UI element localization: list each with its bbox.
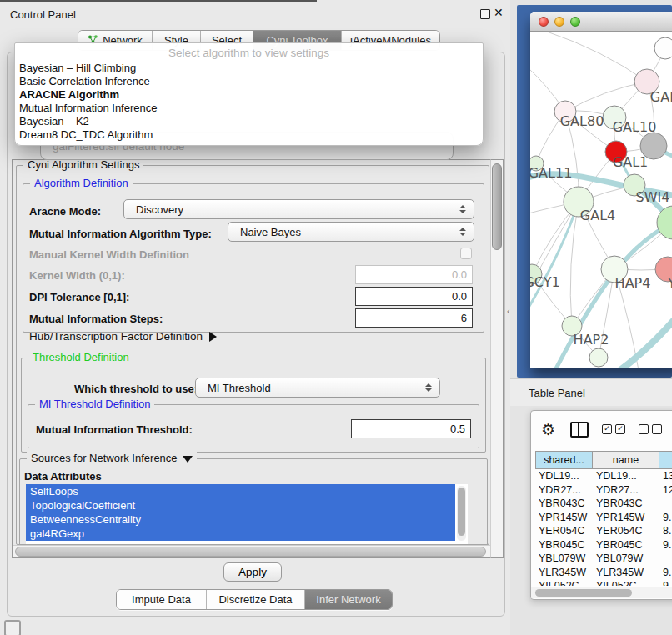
cyni-bottom-tabs: Impute DataDiscretize DataInfer Network: [116, 589, 393, 610]
minimize-window-icon[interactable]: [554, 17, 564, 27]
table-cell: YIL052C: [593, 580, 659, 586]
table-row[interactable]: YLR345WYLR345W9.: [535, 566, 672, 580]
tab-label: Impute Data: [132, 593, 191, 606]
which-threshold-label: Which threshold to use:: [74, 382, 198, 395]
node-label: HAP2: [574, 332, 609, 348]
dropdown-item[interactable]: Bayesian – K2: [15, 115, 483, 128]
dpi-tolerance-field[interactable]: 0.0: [355, 287, 473, 306]
table-cell: 13: [659, 470, 672, 482]
table-cell: YDR27...: [593, 484, 659, 496]
kernel-width-field[interactable]: 0.0: [355, 265, 473, 284]
mi-threshold-field[interactable]: 0.5: [351, 419, 471, 438]
aracne-mode-value: Discovery: [124, 203, 183, 216]
table-cell: YLR345W: [593, 567, 659, 578]
table-toolbar: ⚙ ✓✓: [531, 411, 672, 448]
close-panel-icon[interactable]: ✕: [494, 6, 504, 19]
network-node[interactable]: [654, 38, 672, 59]
table-row[interactable]: YIL052CYIL052C9.: [535, 579, 672, 586]
node-label: GAL: [650, 89, 672, 105]
network-node[interactable]: [657, 206, 672, 239]
table-cell: YER054C: [535, 525, 593, 537]
table-cell: 9.: [659, 539, 672, 551]
dropdown-item[interactable]: Mutual Information Inference: [15, 102, 483, 115]
settings-hscrollbar-thumb[interactable]: [15, 547, 486, 557]
network-view-frame: GALGAL80GAL10GAL1GAL11GAL4SWI4GCY1HAP4YH…: [517, 5, 672, 378]
table-cell: 8.: [659, 525, 672, 537]
mi-algorithm-type-combo[interactable]: Naive Bayes: [228, 222, 474, 242]
aracne-mode-combo[interactable]: Discovery: [123, 199, 474, 219]
table-panel-title: Table Panel: [510, 387, 585, 399]
unchecked-columns-icon[interactable]: [639, 424, 662, 434]
network-canvas[interactable]: GALGAL80GAL10GAL1GAL11GAL4SWI4GCY1HAP4YH…: [530, 32, 672, 368]
node-label: GAL4: [580, 208, 615, 223]
tab-infer-network[interactable]: Infer Network: [305, 590, 392, 609]
table-cell: YDL19...: [535, 470, 593, 482]
data-attribute-item[interactable]: TopologicalCoefficient: [26, 498, 455, 512]
mi-steps-field[interactable]: 6: [355, 308, 473, 328]
algorithm-definition-title: Algorithm Definition: [30, 177, 133, 189]
expander-arrow-icon: [209, 332, 217, 342]
dropdown-item[interactable]: Dream8 DC_TDC Algorithm: [15, 128, 483, 142]
network-edge-thick[interactable]: [620, 307, 672, 368]
float-panel-icon[interactable]: [480, 9, 490, 19]
spinner-arrows-icon: [459, 205, 466, 213]
which-threshold-combo[interactable]: MI Threshold: [195, 378, 440, 398]
table-row[interactable]: YDR27...YDR27...12: [535, 483, 672, 498]
apply-button[interactable]: Apply: [223, 562, 282, 582]
hub-definition-label: Hub/Transcription Factor Definition: [29, 330, 203, 342]
dropdown-item[interactable]: Bayesian – Hill Climbing: [15, 62, 483, 75]
node-label: SWI4: [636, 189, 670, 205]
table-cell: YLR345W: [535, 567, 593, 578]
network-node[interactable]: [589, 348, 608, 367]
manual-kernel-width-label: Manual Kernel Width Definition: [29, 248, 189, 261]
minimized-panel-icon[interactable]: [4, 620, 21, 635]
settings-vscrollbar-thumb[interactable]: [492, 163, 502, 250]
window-top-edge: [0, 0, 317, 2]
table-hscrollbar[interactable]: [531, 587, 672, 598]
table-row[interactable]: YBR043CYBR043C: [535, 497, 672, 511]
dropdown-item[interactable]: Basic Correlation Inference: [15, 75, 483, 88]
close-window-icon[interactable]: [539, 17, 549, 27]
table-cell: YBL079W: [535, 552, 593, 564]
list-scrollbar[interactable]: [457, 486, 466, 541]
table-row[interactable]: YER054CYER054C8.: [535, 524, 672, 538]
tab-label: Infer Network: [316, 593, 380, 606]
table-row[interactable]: YBR045CYBR045C9.: [535, 538, 672, 552]
network-edge[interactable]: [547, 32, 647, 82]
dropdown-item[interactable]: ARACNE Algorithm: [15, 88, 483, 102]
column-header[interactable]: A: [659, 451, 672, 469]
node-label: HAP4: [615, 275, 651, 291]
data-attribute-item[interactable]: gal4RGexp: [26, 527, 455, 541]
control-panel-title: Control Panel: [10, 8, 76, 21]
data-attributes-list[interactable]: SelfLoopsTopologicalCoefficientBetweenne…: [26, 484, 468, 544]
table-row[interactable]: YDL19...YDL19...13: [535, 469, 672, 483]
network-window-titlebar[interactable]: [530, 12, 672, 32]
checked-columns-icon[interactable]: ✓✓: [602, 424, 625, 434]
node-table: shared...nameA YDL19...YDL19...13YDR27..…: [535, 451, 672, 586]
table-panel-window: ⚙ ✓✓ shared...nameA YDL19...YDL19...13YD…: [530, 410, 672, 600]
panel-divider-grip[interactable]: ‹: [507, 305, 514, 317]
tab-label: Discretize Data: [218, 593, 292, 606]
table-cell: YER054C: [593, 525, 659, 537]
table-hscrollbar-thumb[interactable]: [535, 589, 632, 597]
gear-icon[interactable]: ⚙: [541, 420, 555, 438]
data-attribute-item[interactable]: BetweennessCentrality: [26, 512, 455, 527]
table-row[interactable]: YBL079WYBL079W: [535, 552, 672, 566]
column-header[interactable]: name: [593, 451, 659, 469]
table-cell: 9.: [659, 567, 672, 578]
network-edge[interactable]: [565, 82, 647, 112]
tab-discretize-data[interactable]: Discretize Data: [207, 590, 305, 609]
network-window[interactable]: GALGAL80GAL10GAL1GAL11GAL4SWI4GCY1HAP4YH…: [530, 12, 672, 368]
hub-definition-expander[interactable]: Hub/Transcription Factor Definition: [29, 330, 217, 342]
table-cell: 12: [659, 484, 672, 496]
node-label: GAL10: [613, 119, 657, 135]
tab-impute-data[interactable]: Impute Data: [117, 590, 207, 609]
mi-algorithm-type-label: Mutual Information Algorithm Type:: [29, 228, 212, 240]
data-attribute-item[interactable]: SelfLoops: [26, 484, 455, 498]
zoom-window-icon[interactable]: [570, 17, 580, 27]
table-cell: YDL19...: [593, 470, 659, 482]
table-row[interactable]: YPR145WYPR145W9.: [535, 511, 672, 525]
column-header[interactable]: shared...: [535, 451, 593, 469]
manual-kernel-width-checkbox[interactable]: [460, 248, 472, 259]
split-pane-icon[interactable]: [570, 422, 589, 438]
